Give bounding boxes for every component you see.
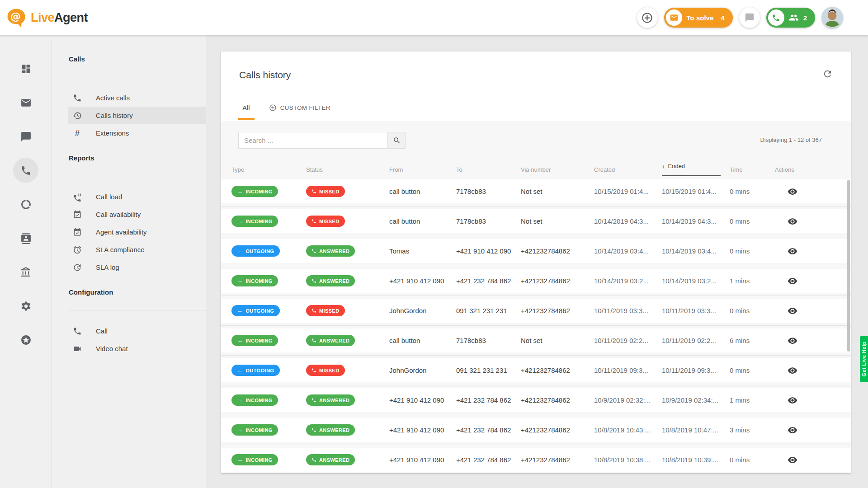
hash-icon: # — [75, 129, 80, 138]
column-header-actions[interactable]: Actions — [775, 166, 851, 173]
table-row[interactable]: ←OUTGOINGMISSEDJohnGordon091 321 231 231… — [221, 358, 851, 382]
view-call-button[interactable] — [788, 306, 797, 316]
chat-icon — [20, 131, 32, 142]
cell-from: +421 910 412 090 — [389, 456, 456, 464]
phone-icon — [311, 457, 316, 462]
cell-to: +421 910 412 090 — [456, 247, 521, 255]
sidebar-divider — [68, 176, 206, 176]
sidebar: CallsActive callsCalls history#Extension… — [60, 35, 206, 488]
rail-item-reports[interactable] — [13, 192, 38, 217]
column-header-ended[interactable]: ↓Ended — [662, 163, 730, 176]
status-badge: ANSWERED — [306, 424, 355, 436]
brand-logo[interactable]: @ LiveAgent — [6, 8, 88, 28]
refresh-button[interactable] — [822, 69, 833, 79]
sidebar-item-sla-compliance[interactable]: SLA compliance — [68, 241, 206, 258]
chats-button[interactable] — [739, 7, 760, 28]
column-header-created[interactable]: Created — [594, 166, 662, 173]
calls-status-button[interactable]: 2 — [766, 8, 815, 28]
cell-to: 7178cb83 — [456, 337, 521, 344]
arrow-right-icon: → — [237, 218, 243, 224]
arrow-right-icon: → — [237, 457, 243, 463]
column-header-to[interactable]: To — [456, 166, 521, 173]
rail-item-chats[interactable] — [13, 124, 38, 149]
rail-item-features[interactable] — [13, 327, 38, 352]
view-call-button[interactable] — [788, 187, 797, 197]
sidebar-item-call-load[interactable]: Call load — [68, 188, 206, 206]
to-solve-button[interactable]: To solve 4 — [664, 8, 733, 28]
rail-item-calls[interactable] — [13, 158, 38, 183]
sidebar-item-call[interactable]: Call — [68, 322, 206, 340]
phone-icon — [311, 249, 316, 253]
table-row[interactable]: ←OUTGOINGANSWEREDTomas+421 910 412 090+4… — [221, 239, 851, 263]
sidebar-item-sla-log[interactable]: SLA log — [68, 258, 206, 276]
contacts-icon — [20, 233, 32, 244]
get-live-help-tab[interactable]: Get Live Help — [860, 336, 868, 382]
view-call-button[interactable] — [788, 276, 797, 286]
view-call-button[interactable] — [788, 366, 797, 375]
sidebar-item-calls-history[interactable]: Calls history — [68, 107, 206, 124]
history-icon — [73, 111, 82, 120]
sidebar-item-video-chat[interactable]: Video chat — [68, 340, 206, 357]
type-badge: ←OUTGOING — [231, 245, 280, 257]
cell-ended: 10/14/2019 03:2... — [662, 277, 730, 285]
bank-icon — [20, 267, 32, 278]
sidebar-item-label: SLA compliance — [96, 246, 145, 253]
rail-item-billing[interactable] — [13, 259, 38, 285]
phone-icon — [311, 338, 316, 343]
eye-icon — [788, 336, 797, 346]
filter-tabs: All CUSTOM FILTER — [238, 104, 335, 120]
sidebar-item-agent-availability[interactable]: Agent availability — [68, 223, 206, 241]
cell-time: 1 mins — [730, 396, 775, 404]
refresh-icon — [822, 69, 833, 79]
table-row[interactable]: →INCOMINGMISSEDcall button7178cb83Not se… — [221, 179, 851, 203]
brand-name: LiveAgent — [31, 11, 88, 25]
view-call-button[interactable] — [788, 336, 797, 346]
phone-icon — [311, 398, 316, 403]
eye-icon — [788, 246, 797, 256]
table-row[interactable]: →INCOMINGANSWERED+421 910 412 090+421 23… — [221, 448, 851, 472]
arrow-left-icon: ← — [237, 308, 243, 314]
phone-icon — [311, 219, 316, 224]
sidebar-item-extensions[interactable]: #Extensions — [68, 124, 206, 142]
sidebar-item-call-availability[interactable]: Call availability — [68, 206, 206, 223]
table-row[interactable]: →INCOMINGANSWERED+421 910 412 090+421 23… — [221, 418, 851, 442]
view-call-button[interactable] — [788, 246, 797, 256]
rail-item-dashboard[interactable] — [13, 56, 38, 81]
cell-created: 10/15/2019 01:4... — [594, 188, 662, 195]
column-header-status[interactable]: Status — [306, 166, 389, 173]
column-header-from[interactable]: From — [389, 166, 456, 173]
view-call-button[interactable] — [788, 425, 797, 435]
cell-created: 10/11/2019 02:2... — [594, 337, 662, 344]
view-call-button[interactable] — [788, 395, 797, 405]
cell-from: +421 910 412 090 — [389, 426, 456, 434]
table-row[interactable]: →INCOMINGANSWEREDcall button7178cb83Not … — [221, 328, 851, 352]
cell-time: 0 mins — [730, 247, 775, 255]
vertical-scrollbar[interactable] — [847, 180, 850, 352]
mail-icon — [666, 9, 682, 26]
column-header-via-number[interactable]: Via number — [521, 166, 594, 173]
donut-icon — [20, 199, 32, 210]
avatar[interactable] — [821, 7, 843, 28]
column-header-type[interactable]: Type — [231, 166, 306, 173]
rail-item-settings[interactable] — [13, 293, 38, 319]
table-row[interactable]: →INCOMINGANSWERED+421 910 412 090+421 23… — [221, 388, 851, 412]
sidebar-section-title: Calls — [60, 55, 206, 63]
view-call-button[interactable] — [788, 455, 797, 465]
tab-all[interactable]: All — [238, 104, 255, 120]
sidebar-item-active-calls[interactable]: Active calls — [68, 89, 206, 107]
tab-custom-filter[interactable]: CUSTOM FILTER — [264, 104, 335, 120]
view-call-button[interactable] — [788, 216, 797, 226]
status-badge: ANSWERED — [306, 394, 355, 406]
rail-item-tickets[interactable] — [13, 90, 38, 115]
rail-item-contacts[interactable] — [13, 225, 38, 251]
search-input[interactable] — [238, 132, 387, 149]
create-new-button[interactable] — [637, 7, 658, 28]
table-row[interactable]: →INCOMINGMISSEDcall button7178cb83Not se… — [221, 209, 851, 233]
table-row[interactable]: ←OUTGOINGMISSEDJohnGordon091 321 231 231… — [221, 299, 851, 323]
column-header-time[interactable]: Time — [730, 166, 775, 173]
search-button[interactable] — [387, 132, 406, 149]
sidebar-divider — [68, 310, 206, 310]
cell-time: 1 mins — [730, 277, 775, 285]
cell-to: 091 321 231 231 — [456, 366, 521, 374]
table-row[interactable]: →INCOMINGANSWERED+421 910 412 090+421 23… — [221, 269, 851, 293]
